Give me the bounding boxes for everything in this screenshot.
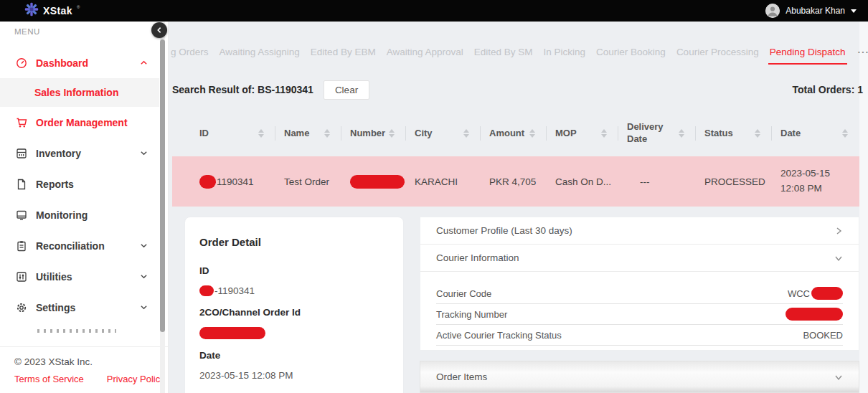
sidebar-item-label: Dashboard — [36, 57, 88, 69]
chevron-down-icon — [834, 373, 843, 382]
sidebar-item-label: Settings — [36, 302, 75, 313]
sidebar-item-label: Monitoring — [36, 209, 88, 221]
dashboard-icon — [16, 57, 28, 69]
sidebar-nav: Dashboard Sales Information Order Manage… — [0, 47, 159, 333]
chevron-down-icon — [851, 9, 857, 13]
id-label: ID — [199, 265, 389, 276]
sidebar-item-reconciliation[interactable]: Reconciliation — [0, 230, 159, 261]
xstak-logo-icon — [24, 2, 39, 19]
tab-in-picking[interactable]: In Picking — [544, 47, 586, 57]
sidebar-item-reports[interactable]: Reports — [0, 169, 159, 199]
sliders-icon — [16, 270, 28, 283]
column-header-id[interactable]: ID — [172, 111, 275, 156]
active-tracking-status-label: Active Courier Tracking Status — [436, 330, 562, 341]
top-bar: XStak ® Abubakar Khan — [0, 0, 868, 22]
chevron-down-icon — [140, 303, 148, 311]
search-result-label: Search Result of: BS-1190341 — [172, 84, 313, 95]
sidebar: MENU Dashboard Sales Information Order M… — [0, 22, 169, 393]
user-menu[interactable]: Abubakar Khan — [765, 4, 868, 18]
sidebar-item-clipped[interactable] — [0, 323, 159, 333]
total-orders-count: Total Orders: 1 — [792, 84, 863, 95]
chevron-down-icon — [140, 242, 148, 250]
sidebar-item-label: Inventory — [36, 148, 81, 159]
sort-icon[interactable] — [755, 129, 760, 138]
gear-icon — [16, 301, 28, 313]
sidebar-item-sales-information[interactable]: Sales Information — [0, 78, 159, 107]
redacted-value — [199, 285, 214, 296]
courier-code-label: Courier Code — [436, 288, 491, 299]
sort-icon[interactable] — [601, 129, 607, 138]
tab-courier-booking[interactable]: Courier Booking — [596, 47, 666, 57]
column-header-name[interactable]: Name — [275, 111, 341, 156]
brand[interactable]: XStak ® — [0, 2, 80, 19]
clipped-text — [37, 329, 116, 333]
copyright-text: © 2023 XStak Inc. — [14, 356, 168, 367]
sort-icon[interactable] — [842, 129, 848, 138]
column-header-mop[interactable]: MOP — [547, 111, 618, 156]
tab-awaiting-assigning[interactable]: Awaiting Assigning — [220, 47, 300, 57]
tracking-number-value — [786, 308, 843, 321]
sidebar-item-settings[interactable]: Settings — [0, 292, 159, 323]
sidebar-item-label: Reconciliation — [36, 240, 105, 252]
tabs-overflow-button[interactable]: ··· — [858, 47, 868, 57]
sidebar-item-label: Sales Information — [34, 87, 118, 98]
order-status-tabs: g Orders Awaiting Assigning Edited By EB… — [171, 43, 854, 60]
order-items-section-header[interactable]: Order Items — [420, 361, 859, 393]
courier-code-row: Courier Code WCC — [436, 283, 843, 304]
courier-information-body: Courier Code WCC Tracking Number Active … — [420, 272, 859, 350]
column-header-status[interactable]: Status — [696, 111, 772, 156]
courier-information-section-header[interactable]: Courier Information — [420, 245, 859, 272]
column-header-date[interactable]: Date — [772, 111, 859, 156]
chevron-up-icon — [140, 59, 148, 67]
chevron-right-icon — [834, 227, 843, 235]
user-avatar — [765, 4, 780, 18]
sidebar-item-dashboard[interactable]: Dashboard — [0, 47, 159, 78]
redacted-value — [350, 175, 405, 189]
chevron-down-icon — [140, 149, 148, 157]
sort-icon[interactable] — [679, 129, 684, 138]
sort-icon[interactable] — [324, 129, 330, 138]
sidebar-item-utilities[interactable]: Utilities — [0, 261, 159, 292]
order-detail-card: Order Detail ID -1190341 2CO/Channel Ord… — [184, 217, 404, 393]
tab-awaiting-approval[interactable]: Awaiting Approval — [387, 47, 463, 57]
customer-profile-section-header[interactable]: Customer Profile (Last 30 days) — [420, 217, 859, 245]
sidebar-collapse-button[interactable] — [151, 22, 167, 38]
courier-information-title: Courier Information — [436, 252, 519, 263]
sidebar-item-monitoring[interactable]: Monitoring — [0, 199, 159, 230]
sort-icon[interactable] — [529, 129, 535, 138]
main-content: g Orders Awaiting Assigning Edited By EB… — [169, 22, 868, 393]
tab-edited-by-sm[interactable]: Edited By SM — [474, 47, 533, 57]
sidebar-item-label: Reports — [36, 179, 74, 190]
sidebar-scrollbar-thumb[interactable] — [160, 39, 165, 332]
clear-search-button[interactable]: Clear — [324, 80, 369, 100]
column-header-city[interactable]: City — [406, 111, 481, 156]
date-value: 2023-05-15 12:08 PM — [199, 370, 389, 381]
channel-order-id-label: 2CO/Channel Order Id — [199, 307, 389, 318]
cell-number — [341, 175, 406, 189]
column-header-number[interactable]: Number — [341, 111, 406, 156]
brand-name: XStak — [43, 5, 72, 16]
cell-mop: Cash On D... — [547, 176, 618, 187]
tab-edited-by-ebm[interactable]: Edited By EBM — [311, 47, 376, 57]
id-value: -1190341 — [199, 285, 389, 296]
sidebar-item-inventory[interactable]: Inventory — [0, 138, 159, 169]
cell-order-id: 1190341 — [172, 175, 275, 189]
tab-pending-dispatch[interactable]: Pending Dispatch — [770, 47, 846, 57]
sort-icon[interactable] — [463, 129, 469, 138]
privacy-policy-link[interactable]: Privacy Policy — [107, 374, 165, 384]
sort-icon[interactable] — [389, 129, 395, 138]
tab-orders-clipped[interactable]: g Orders — [171, 47, 209, 57]
order-table-row[interactable]: 1190341 Test Order KARACHI PKR 4,705 Cas… — [172, 156, 859, 207]
column-header-delivery-date[interactable]: Delivery Date — [618, 111, 696, 156]
page-scrollbar-track[interactable] — [859, 22, 868, 393]
channel-order-id-value — [199, 327, 389, 339]
tab-courier-processing[interactable]: Courier Processing — [676, 47, 759, 57]
clipboard-icon — [16, 240, 28, 252]
sort-icon[interactable] — [258, 129, 264, 138]
terms-of-service-link[interactable]: Terms of Service — [14, 374, 84, 384]
cell-amount: PKR 4,705 — [481, 176, 547, 187]
column-header-amount[interactable]: Amount — [481, 111, 547, 156]
date-label: Date — [199, 350, 389, 361]
sidebar-item-order-management[interactable]: Order Management — [0, 107, 159, 138]
sidebar-scrollbar-track[interactable] — [160, 22, 165, 393]
